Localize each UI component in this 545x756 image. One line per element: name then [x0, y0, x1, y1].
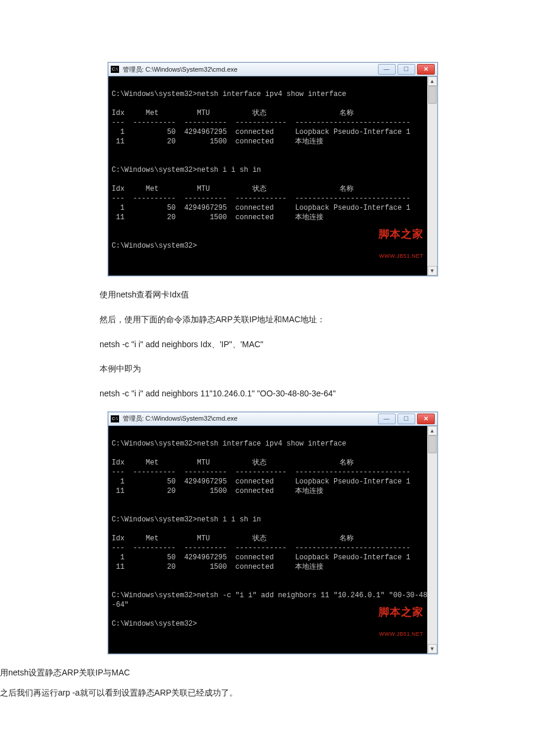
scroll-thumb[interactable] [428, 435, 437, 453]
close-button[interactable]: ✕ [417, 414, 435, 424]
minimize-button[interactable]: — [378, 64, 396, 75]
scroll-up-button[interactable]: ▲ [428, 76, 437, 86]
scroll-track[interactable] [428, 435, 437, 644]
vertical-scrollbar[interactable]: ▲ ▼ [427, 76, 437, 276]
close-button[interactable]: ✕ [417, 64, 435, 75]
para-1: 使用netsh查看网卡Idx值 [100, 288, 455, 302]
watermark-main: 脚本之家 [379, 229, 424, 239]
cmd-window-1: C:\ 管理员: C:\Windows\System32\cmd.exe — ☐… [108, 62, 438, 276]
watermark-main: 脚本之家 [379, 607, 424, 617]
terminal-output[interactable]: C:\Windows\system32>netsh interface ipv4… [108, 76, 427, 276]
window-buttons: — ☐ ✕ [378, 414, 435, 424]
scroll-thumb[interactable] [428, 86, 437, 104]
titlebar[interactable]: C:\ 管理员: C:\Windows\System32\cmd.exe — ☐… [108, 63, 437, 76]
page-root: C:\ 管理员: C:\Windows\System32\cmd.exe — ☐… [0, 0, 545, 754]
para-5: netsh -c "i i" add neighbors 11"10.246.0… [100, 387, 455, 401]
cmd-window-2: C:\ 管理员: C:\Windows\System32\cmd.exe — ☐… [108, 412, 438, 654]
bottom-para-1: 用netsh设置静态ARP关联IP与MAC [0, 666, 533, 680]
watermark-sub: WWW.JB51.NET [379, 254, 424, 259]
titlebar[interactable]: C:\ 管理员: C:\Windows\System32\cmd.exe — ☐… [108, 412, 437, 426]
watermark: 脚本之家 WWW.JB51.NET [379, 214, 424, 273]
window-client-area: C:\Windows\system32>netsh interface ipv4… [108, 76, 437, 276]
scroll-down-button[interactable]: ▼ [428, 266, 437, 276]
window-client-area: C:\Windows\system32>netsh interface ipv4… [108, 426, 437, 654]
para-4: 本例中即为 [100, 362, 455, 376]
window-title: 管理员: C:\Windows\System32\cmd.exe [123, 414, 378, 423]
bottom-para-2: 之后我们再运行arp -a就可以看到设置静态ARP关联已经成功了。 [0, 686, 533, 700]
minimize-button[interactable]: — [378, 414, 396, 424]
para-3: netsh -c "i i" add neighbors Idx、'IP"、'M… [100, 338, 455, 352]
article-text: 使用netsh查看网卡Idx值 然后，使用下面的命令添加静态ARP关联IP地址和… [0, 288, 455, 401]
article-bottom: 用netsh设置静态ARP关联IP与MAC 之后我们再运行arp -a就可以看到… [0, 666, 533, 700]
vertical-scrollbar[interactable]: ▲ ▼ [427, 426, 437, 654]
terminal-text: C:\Windows\system32>netsh interface ipv4… [112, 90, 411, 250]
para-2: 然后，使用下面的命令添加静态ARP关联IP地址和MAC地址： [100, 313, 455, 327]
terminal-output[interactable]: C:\Windows\system32>netsh interface ipv4… [108, 426, 427, 654]
window-title: 管理员: C:\Windows\System32\cmd.exe [123, 65, 378, 74]
watermark-sub: WWW.JB51.NET [379, 632, 424, 637]
watermark: 脚本之家 WWW.JB51.NET [379, 592, 424, 651]
cmd-icon: C:\ [111, 415, 119, 422]
maximize-button[interactable]: ☐ [397, 64, 415, 75]
window-buttons: — ☐ ✕ [378, 64, 435, 75]
scroll-down-button[interactable]: ▼ [428, 644, 437, 654]
scroll-track[interactable] [428, 86, 437, 266]
maximize-button[interactable]: ☐ [397, 414, 415, 424]
scroll-up-button[interactable]: ▲ [428, 426, 437, 435]
cmd-icon: C:\ [111, 66, 119, 73]
